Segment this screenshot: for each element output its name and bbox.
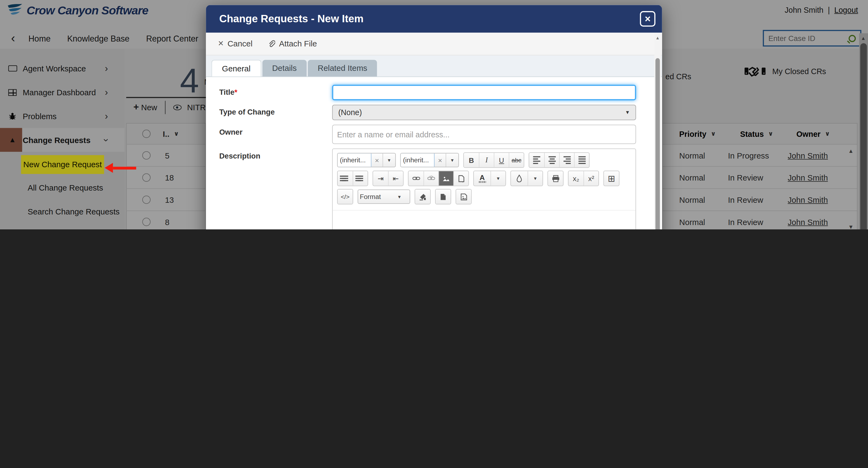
annotation-highlight-new-change-request[interactable]: New Change Request xyxy=(21,155,104,174)
title-label: Title* xyxy=(219,85,332,100)
align-left-icon[interactable] xyxy=(529,153,544,167)
justify-icon[interactable] xyxy=(574,153,589,167)
paperclip-icon xyxy=(268,40,275,48)
tab-related-items[interactable]: Related Items xyxy=(308,60,377,76)
strikethrough-icon[interactable]: abc xyxy=(508,153,524,167)
title-input[interactable] xyxy=(332,85,636,100)
document-image-icon[interactable] xyxy=(456,189,471,204)
italic-icon[interactable]: I xyxy=(479,153,494,167)
clear-formatting-icon[interactable] xyxy=(415,189,430,204)
outdent-icon[interactable]: ⇤ xyxy=(388,171,403,186)
dialog-form: Title* Type of Change (None) ▼ Owner xyxy=(206,77,662,229)
caret-down-icon[interactable]: ▼ xyxy=(382,153,395,167)
view-html-icon[interactable]: </> xyxy=(338,189,352,204)
caret-down-icon: ▼ xyxy=(625,110,630,115)
close-icon[interactable]: × xyxy=(640,11,655,27)
caret-down-icon[interactable]: ▼ xyxy=(393,190,406,203)
underline-icon[interactable]: U xyxy=(494,153,508,167)
tab-details[interactable]: Details xyxy=(262,60,307,76)
cancel-toolbar-button[interactable]: × Cancel xyxy=(218,38,252,50)
dialog-toolbar: × Cancel Attach File xyxy=(206,33,662,55)
clear-icon[interactable]: × xyxy=(371,153,382,167)
numbered-list-icon[interactable] xyxy=(352,171,368,186)
align-center-icon[interactable] xyxy=(544,153,559,167)
tab-general[interactable]: General xyxy=(212,60,261,76)
dialog-scrollbar[interactable]: ▲ ▼ xyxy=(654,34,661,229)
editor-toolbar: (inherit... × ▼ (inherit... × ▼ xyxy=(333,149,636,208)
print-icon[interactable] xyxy=(548,171,563,186)
bold-icon[interactable]: B xyxy=(464,153,479,167)
superscript-icon[interactable]: x² xyxy=(584,171,598,186)
dialog-title: Change Requests - New Item xyxy=(219,13,364,25)
dialog-header: Change Requests - New Item × xyxy=(206,5,662,33)
clear-icon[interactable]: × xyxy=(435,153,446,167)
attach-file-button[interactable]: Attach File xyxy=(268,39,317,48)
scrollbar-thumb[interactable] xyxy=(655,58,660,229)
font-family-combo[interactable]: (inherit... × ▼ xyxy=(337,153,396,167)
new-document-icon[interactable] xyxy=(436,189,451,204)
background-color-icon[interactable] xyxy=(511,171,528,186)
font-color-icon[interactable]: A xyxy=(474,171,490,186)
owner-input[interactable] xyxy=(332,125,636,144)
caret-down-icon[interactable]: ▼ xyxy=(446,153,458,167)
format-combo[interactable]: Format ▼ xyxy=(358,189,410,204)
description-textarea[interactable] xyxy=(333,210,636,229)
type-of-change-select[interactable]: (None) ▼ xyxy=(332,105,636,120)
indent-icon[interactable]: ⇥ xyxy=(373,171,388,186)
screen: Crow Canyon Software John Smith | Logout… xyxy=(0,0,868,229)
change-request-dialog: Change Requests - New Item × × Cancel At… xyxy=(206,5,662,229)
x-icon: × xyxy=(218,38,223,50)
insert-table-icon[interactable]: ⊞ xyxy=(604,171,619,186)
caret-down-icon[interactable]: ▼ xyxy=(490,171,505,186)
description-editor[interactable]: (inherit... × ▼ (inherit... × ▼ xyxy=(332,148,636,229)
subscript-icon[interactable]: x₂ xyxy=(568,171,584,186)
insert-file-icon[interactable] xyxy=(453,171,468,186)
caret-down-icon[interactable]: ▼ xyxy=(528,171,542,186)
font-size-combo[interactable]: (inherit... × ▼ xyxy=(400,153,459,167)
scroll-up-icon[interactable]: ▲ xyxy=(655,35,660,40)
remove-link-icon[interactable] xyxy=(424,171,438,186)
insert-link-icon[interactable] xyxy=(408,171,424,186)
description-label: Description xyxy=(219,148,332,229)
align-right-icon[interactable] xyxy=(559,153,574,167)
dialog-tabstrip: General Details Related Items xyxy=(206,55,662,77)
type-of-change-label: Type of Change xyxy=(219,105,332,120)
insert-image-icon[interactable] xyxy=(438,171,453,186)
annotation-red-arrow xyxy=(105,163,136,173)
bullet-list-icon[interactable] xyxy=(338,171,352,186)
owner-label: Owner xyxy=(219,125,332,144)
